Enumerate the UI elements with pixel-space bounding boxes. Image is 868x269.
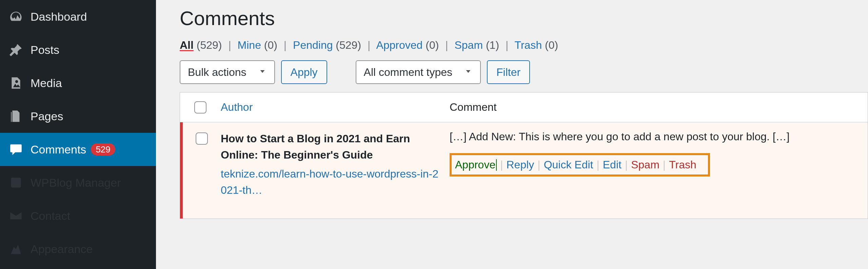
row-comment-cell: […] Add New: This is where you go to add… xyxy=(450,130,868,198)
filter-spam[interactable]: Spam xyxy=(454,39,483,51)
svg-rect-0 xyxy=(11,178,21,187)
filter-approved-count: (0) xyxy=(426,39,439,51)
bulk-actions-select[interactable]: Bulk actions xyxy=(180,60,275,84)
pages-icon xyxy=(9,109,23,123)
chevron-down-icon xyxy=(258,66,267,79)
comment-types-select[interactable]: All comment types xyxy=(356,60,481,84)
filter-mine[interactable]: Mine xyxy=(238,39,261,51)
filter-all[interactable]: All xyxy=(180,39,194,51)
sidebar-item-contact[interactable]: Contact xyxy=(0,199,156,232)
filter-pending-count: (529) xyxy=(336,39,361,51)
chevron-down-icon xyxy=(464,66,473,79)
comments-count-badge: 529 xyxy=(91,143,115,156)
comments-table: Author Comment How to Start a Blog in 20… xyxy=(180,92,868,219)
media-icon xyxy=(9,76,23,90)
comments-icon xyxy=(9,142,23,157)
sidebar-item-label: Posts xyxy=(31,43,59,57)
filter-trash-count: (0) xyxy=(545,39,558,51)
sidebar-item-label: Media xyxy=(31,77,62,90)
comment-author-url[interactable]: teknize.com/learn-how-to-use-wordpress-i… xyxy=(221,166,439,198)
spam-action[interactable]: Spam xyxy=(631,159,659,171)
admin-sidebar: Dashboard Posts Media Pages Comments 529… xyxy=(0,0,156,269)
filter-mine-count: (0) xyxy=(264,39,277,51)
contact-icon xyxy=(9,209,23,223)
select-all-cell xyxy=(180,101,221,113)
approve-action[interactable]: Approve xyxy=(455,159,495,171)
column-comment: Comment xyxy=(450,101,868,113)
comment-status-filters: All (529) | Mine (0) | Pending (529) | A… xyxy=(180,39,868,51)
comment-post-title: How to Start a Blog in 2021 and Earn Onl… xyxy=(221,130,439,163)
sidebar-item-posts[interactable]: Posts xyxy=(0,33,156,66)
sidebar-item-dashboard[interactable]: Dashboard xyxy=(0,0,156,33)
sidebar-item-wpblog-manager[interactable]: WPBlog Manager xyxy=(0,166,156,199)
row-author-cell: How to Start a Blog in 2021 and Earn Onl… xyxy=(221,130,450,198)
sidebar-item-label: WPBlog Manager xyxy=(31,176,121,189)
dashboard-icon xyxy=(9,9,23,24)
edit-action[interactable]: Edit xyxy=(603,159,622,171)
sidebar-item-label: Contact xyxy=(31,209,70,223)
filter-spam-count: (1) xyxy=(486,39,499,51)
sidebar-item-label: Comments xyxy=(31,143,86,156)
sidebar-item-label: Dashboard xyxy=(31,10,87,23)
table-row: How to Start a Blog in 2021 and Earn Onl… xyxy=(180,122,868,219)
comment-text: […] Add New: This is where you go to add… xyxy=(450,130,861,143)
filter-approved[interactable]: Approved xyxy=(376,39,422,51)
sidebar-item-appearance[interactable]: Appearance xyxy=(0,232,156,266)
sidebar-item-media[interactable]: Media xyxy=(0,66,156,100)
reply-action[interactable]: Reply xyxy=(507,159,534,171)
sidebar-item-pages[interactable]: Pages xyxy=(0,100,156,133)
table-actions: Bulk actions Apply All comment types Fil… xyxy=(180,60,868,84)
pin-icon xyxy=(9,43,23,57)
column-author[interactable]: Author xyxy=(221,101,450,113)
table-header: Author Comment xyxy=(180,92,868,122)
page-title: Comments xyxy=(180,7,868,29)
sidebar-item-comments[interactable]: Comments 529 xyxy=(0,133,156,166)
filter-button[interactable]: Filter xyxy=(487,60,530,84)
select-all-checkbox[interactable] xyxy=(194,101,206,113)
filter-pending[interactable]: Pending xyxy=(293,39,333,51)
appearance-icon xyxy=(9,242,23,256)
row-checkbox[interactable] xyxy=(196,132,208,145)
plugin-icon xyxy=(9,175,23,190)
main-content: Comments All (529) | Mine (0) | Pending … xyxy=(156,0,868,269)
filter-trash[interactable]: Trash xyxy=(515,39,542,51)
row-checkbox-cell xyxy=(183,130,221,198)
quick-edit-action[interactable]: Quick Edit xyxy=(544,159,593,171)
trash-action[interactable]: Trash xyxy=(669,159,696,171)
row-actions: Approve | Reply | Quick Edit | Edit | Sp… xyxy=(450,153,710,177)
filter-all-count: (529) xyxy=(197,39,222,51)
apply-button[interactable]: Apply xyxy=(281,60,327,84)
sidebar-item-label: Appearance xyxy=(31,243,93,256)
sidebar-item-label: Pages xyxy=(31,110,63,123)
